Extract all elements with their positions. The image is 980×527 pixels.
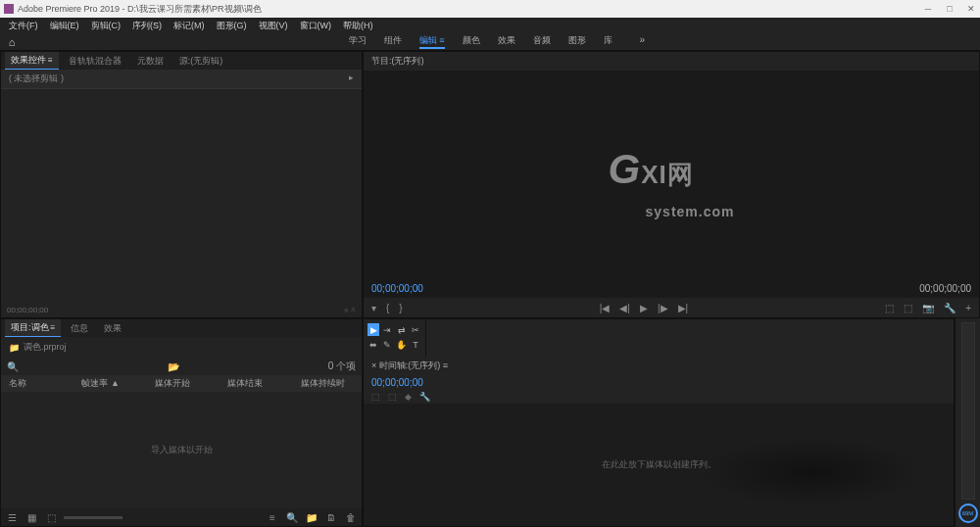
selection-tool-icon[interactable]: ▶ bbox=[368, 323, 379, 336]
menu-file[interactable]: 文件(F) bbox=[4, 20, 43, 32]
menu-edit[interactable]: 编辑(E) bbox=[45, 20, 84, 32]
pen-tool-icon[interactable]: ✎ bbox=[381, 338, 393, 351]
ws-tab-editing[interactable]: 编辑 ≡ bbox=[419, 34, 445, 49]
ws-tab-learn[interactable]: 学习 bbox=[349, 34, 367, 49]
ws-tab-libraries[interactable]: 库 bbox=[604, 34, 612, 49]
step-back-icon[interactable]: ◀| bbox=[619, 303, 630, 313]
menu-sequence[interactable]: 序列(S) bbox=[127, 20, 167, 32]
program-viewer[interactable]: GXI网 system.com 00;00;00;00 00;00;00;00 bbox=[364, 71, 979, 298]
auto-sequence-icon[interactable]: ≡ bbox=[266, 512, 279, 523]
menu-bar: 文件(F) 编辑(E) 剪辑(C) 序列(S) 标记(M) 图形(G) 视图(V… bbox=[0, 18, 980, 33]
add-button-icon[interactable]: + bbox=[965, 303, 971, 313]
timeline-header[interactable]: × 时间轴:(无序列) ≡ bbox=[364, 357, 954, 375]
folder-icon: 📁 bbox=[9, 343, 20, 353]
col-media-start[interactable]: 媒体开始 bbox=[155, 377, 208, 390]
tab-effect-controls[interactable]: 效果控件≡ bbox=[5, 52, 59, 70]
export-frame-icon[interactable]: 📷 bbox=[922, 303, 934, 313]
workspace-bar: ⌂ 学习 组件 编辑 ≡ 颜色 效果 音频 图形 库 » bbox=[0, 33, 980, 51]
menu-view[interactable]: 视图(V) bbox=[254, 20, 293, 32]
linked-selection-icon[interactable]: ⬚ bbox=[388, 392, 397, 402]
slip-tool-icon[interactable]: ⬌ bbox=[368, 338, 379, 351]
tab-fx[interactable]: 效果 bbox=[98, 320, 127, 337]
step-forward-icon[interactable]: |▶ bbox=[658, 303, 668, 313]
search-icon[interactable]: 🔍 bbox=[7, 361, 19, 372]
tool-palette: ▶ ⇥ ⇄ ✂ ⬌ ✎ ✋ T bbox=[364, 319, 426, 357]
program-tc-right: 00;00;00;00 bbox=[919, 283, 971, 294]
new-item-icon[interactable]: 🗎 bbox=[324, 512, 338, 523]
col-framerate[interactable]: 帧速率 ▲ bbox=[81, 377, 134, 390]
marker-icon[interactable]: ▾ bbox=[371, 303, 376, 313]
project-column-headers[interactable]: 名称 帧速率 ▲ 媒体开始 媒体结束 媒体持续时 bbox=[1, 375, 362, 392]
chevron-right-icon[interactable]: ▸ bbox=[349, 72, 354, 85]
tab-audio-mixer[interactable]: 音轨轨混合器 bbox=[63, 53, 127, 70]
go-to-in-icon[interactable]: |◀ bbox=[600, 303, 611, 313]
type-tool-icon[interactable]: T bbox=[410, 338, 421, 351]
freeform-view-icon[interactable]: ⬚ bbox=[44, 512, 58, 523]
lift-icon[interactable]: ⬚ bbox=[885, 303, 894, 313]
ec-expand-icon[interactable]: ⟐ ⟑ bbox=[344, 306, 356, 314]
zoom-slider[interactable] bbox=[64, 516, 122, 519]
title-bar: Adobe Premiere Pro 2019 - D:\我云课习所需素材\PR… bbox=[0, 0, 980, 18]
find-icon[interactable]: 🔍 bbox=[285, 512, 299, 523]
new-bin-icon[interactable]: 📁 bbox=[305, 512, 318, 523]
timeline-timecode[interactable]: 00;00;00;00 bbox=[364, 375, 954, 390]
effect-controls-body bbox=[1, 88, 362, 302]
timeline-panel: ▶ ⇥ ⇄ ✂ ⬌ ✎ ✋ T × 时间轴:(无序列) ≡ 00;00;00;0… bbox=[363, 318, 955, 527]
home-icon[interactable]: ⌂ bbox=[0, 36, 24, 48]
menu-help[interactable]: 帮助(H) bbox=[338, 20, 378, 32]
effect-controls-panel: 效果控件≡ 音轨轨混合器 元数据 源:(无剪辑) ( 未选择剪辑 ) ▸ 00;… bbox=[0, 51, 363, 318]
ws-more-button[interactable]: » bbox=[630, 34, 656, 49]
tab-source[interactable]: 源:(无剪辑) bbox=[173, 53, 229, 70]
settings-wrench-icon[interactable]: 🔧 bbox=[419, 392, 430, 402]
program-tc-left: 00;00;00;00 bbox=[371, 283, 423, 294]
minimize-button[interactable]: ─ bbox=[923, 4, 933, 14]
project-name: 调色.prproj bbox=[24, 341, 67, 354]
window-title: Adobe Premiere Pro 2019 - D:\我云课习所需素材\PR… bbox=[18, 3, 923, 16]
ws-tab-color[interactable]: 颜色 bbox=[463, 34, 480, 49]
smudge-overlay bbox=[699, 438, 924, 506]
menu-marker[interactable]: 标记(M) bbox=[169, 20, 210, 32]
program-monitor-panel: 节目:(无序列) GXI网 system.com 00;00;00;00 00;… bbox=[363, 51, 980, 318]
tab-metadata[interactable]: 元数据 bbox=[131, 53, 170, 70]
bin-icon[interactable]: 📂 bbox=[168, 361, 179, 372]
extract-icon[interactable]: ⬚ bbox=[904, 303, 912, 313]
menu-graphics[interactable]: 图形(G) bbox=[212, 20, 252, 32]
razor-tool-icon[interactable]: ✂ bbox=[410, 323, 421, 336]
ws-tab-effects[interactable]: 效果 bbox=[498, 34, 515, 49]
selection-status: ( 未选择剪辑 ) bbox=[9, 72, 64, 85]
close-button[interactable]: ✕ bbox=[966, 4, 976, 14]
icon-view-icon[interactable]: ▦ bbox=[24, 512, 38, 523]
in-point-icon[interactable]: { bbox=[386, 303, 389, 313]
go-to-out-icon[interactable]: ▶| bbox=[678, 303, 689, 313]
app-logo-icon bbox=[4, 4, 14, 14]
maximize-button[interactable]: □ bbox=[945, 4, 955, 14]
ws-tab-audio[interactable]: 音频 bbox=[533, 34, 551, 49]
tab-info[interactable]: 信息 bbox=[65, 320, 94, 337]
timeline-drop-zone[interactable]: 在此处放下媒体以创建序列。 bbox=[364, 404, 954, 526]
ws-tab-graphics[interactable]: 图形 bbox=[568, 34, 586, 49]
settings-icon[interactable]: 🔧 bbox=[944, 303, 956, 313]
hand-tool-icon[interactable]: ✋ bbox=[396, 338, 408, 351]
meter-badge: 69M bbox=[958, 503, 978, 523]
project-drop-zone[interactable]: 导入媒体以开始 bbox=[1, 392, 362, 508]
ripple-edit-tool-icon[interactable]: ⇄ bbox=[396, 323, 408, 336]
marker-add-icon[interactable]: ◆ bbox=[405, 392, 412, 402]
menu-window[interactable]: 窗口(W) bbox=[295, 20, 337, 32]
project-panel: 项目:调色≡ 信息 效果 📁 调色.prproj 🔍 📂 0 个项 名称 帧速率… bbox=[0, 318, 363, 527]
trash-icon[interactable]: 🗑 bbox=[344, 512, 358, 523]
out-point-icon[interactable]: } bbox=[399, 303, 402, 313]
ec-timecode: 00;00;00;00 bbox=[7, 306, 48, 314]
item-count: 0 个项 bbox=[328, 359, 356, 373]
track-select-tool-icon[interactable]: ⇥ bbox=[381, 323, 393, 336]
program-header: 节目:(无序列) bbox=[364, 52, 979, 71]
play-icon[interactable]: ▶ bbox=[640, 303, 648, 313]
tab-project[interactable]: 项目:调色≡ bbox=[5, 319, 61, 337]
col-duration[interactable]: 媒体持续时 bbox=[301, 377, 354, 390]
snap-icon[interactable]: ⬚ bbox=[371, 392, 380, 402]
col-media-end[interactable]: 媒体结束 bbox=[227, 377, 280, 390]
list-view-icon[interactable]: ☰ bbox=[5, 512, 19, 523]
col-name[interactable]: 名称 bbox=[9, 377, 62, 390]
menu-clip[interactable]: 剪辑(C) bbox=[86, 20, 126, 32]
ws-tab-assembly[interactable]: 组件 bbox=[384, 34, 402, 49]
watermark: GXI网 system.com bbox=[609, 146, 735, 223]
